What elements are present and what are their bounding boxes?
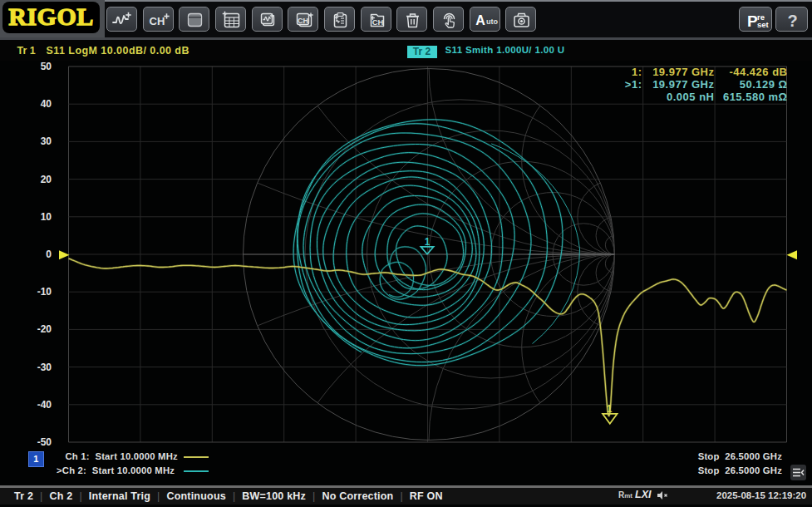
svg-text:1: 1 xyxy=(425,236,431,248)
svg-text:1: 1 xyxy=(607,403,613,415)
